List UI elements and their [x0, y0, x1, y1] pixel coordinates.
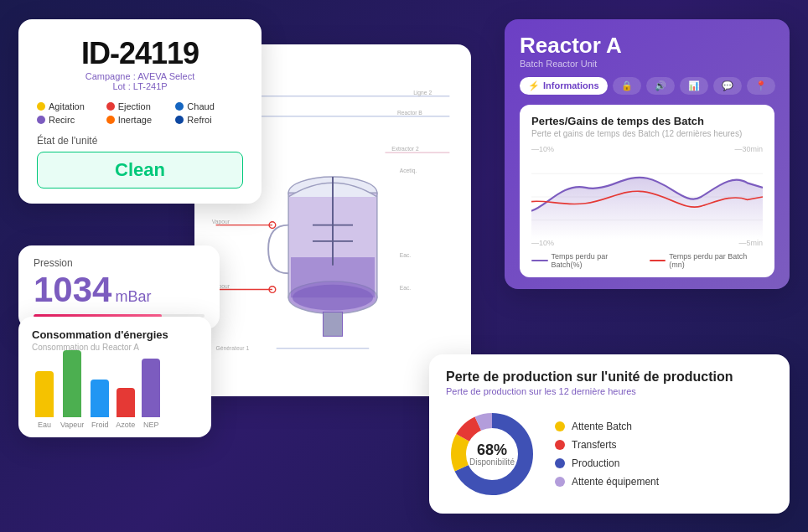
id-card: ID-24119 Campagne : AVEVA Select Lot : L…: [18, 19, 262, 204]
tag-chaud: Chaud: [175, 101, 243, 111]
energy-title: Consommation d'énergies: [32, 328, 198, 341]
tag-icon-orange: [106, 116, 115, 124]
tag-agitation: Agitation: [37, 101, 105, 111]
tab-icon-lightning: ⚡: [528, 80, 540, 91]
tab-label-informations: Informations: [543, 80, 599, 90]
svg-text:Générateur 1: Générateur 1: [216, 344, 250, 350]
pressure-label: Pression: [34, 257, 205, 269]
bar-group-azote: Azote: [116, 388, 135, 429]
legend-row-attente: Attente équipement: [555, 476, 659, 488]
production-legend: Attente Batch Transferts Production Atte…: [555, 421, 659, 488]
legend-line-red: [650, 260, 666, 261]
lock-icon: 🔒: [621, 80, 633, 91]
bar-group-vapeur: Vapeur: [60, 350, 84, 429]
reactor-tabs[interactable]: ⚡ Informations 🔒 🔊 📊 💬 📍: [520, 77, 774, 95]
svg-text:Extractor 2: Extractor 2: [391, 146, 419, 152]
chart-subtitle: Perte et gains de temps des Batch (12 de…: [531, 129, 763, 138]
donut-percentage: 68%: [469, 442, 515, 457]
donut-label: 68% Disponibilité: [469, 442, 515, 466]
state-badge: Clean: [37, 152, 243, 189]
legend-label-attente: Attente équipement: [572, 476, 659, 488]
legend-dot-red: [555, 440, 565, 450]
legend-row-transferts: Transferts: [555, 439, 659, 451]
tab-lock[interactable]: 🔒: [613, 77, 641, 95]
legend-label-production: Production: [572, 457, 619, 469]
production-subtitle: Perte de production sur les 12 dernière …: [446, 386, 773, 396]
production-title: Perte de production sur l'unité de produ…: [446, 369, 773, 385]
tag-icon-red: [106, 102, 115, 111]
bar-chart: Eau Vapeur Froid Azote NEP: [32, 362, 198, 429]
tag-icon-purple: [37, 116, 45, 124]
pressure-value: 1034: [34, 272, 111, 307]
svg-text:Eac.: Eac.: [400, 284, 412, 290]
sound-icon: 🔊: [655, 80, 666, 91]
bar-froid: [91, 380, 109, 417]
legend-line-purple: [531, 260, 548, 261]
tag-refroi: Refroi: [175, 115, 243, 125]
bar-group-eau: Eau: [35, 371, 54, 429]
donut-chart: 68% Disponibilité: [446, 408, 538, 500]
energy-subtitle: Consommation du Reactor A: [32, 343, 198, 352]
legend-dot-blue-indigo: [555, 458, 565, 468]
svg-text:Vapour: Vapour: [212, 218, 230, 225]
tag-label-refroi: Refroi: [187, 115, 211, 125]
tag-label-inertage: Inertage: [118, 115, 152, 125]
production-card: Perte de production sur l'unité de produ…: [429, 354, 790, 514]
bar-label-froid: Froid: [91, 421, 109, 429]
production-content: 68% Disponibilité Attente Batch Transfer…: [446, 408, 773, 500]
line-chart-area: [531, 155, 763, 239]
bar-group-froid: Froid: [91, 380, 109, 429]
svg-text:Ligne 2: Ligne 2: [413, 89, 432, 96]
location-icon: 📍: [755, 80, 767, 91]
bar-label-eau: Eau: [38, 421, 51, 429]
tag-label-agitation: Agitation: [49, 101, 85, 111]
legend-label-batch: Attente Batch: [572, 421, 632, 432]
tag-label-ejection: Ejection: [118, 101, 151, 111]
chart-y-left-bottom: —10%: [531, 239, 554, 247]
chart-legend: Temps perdu par Batch(%) Temps perdu par…: [531, 252, 763, 269]
tab-location[interactable]: 📍: [747, 77, 775, 95]
tab-sound[interactable]: 🔊: [646, 77, 675, 95]
bar-label-vapeur: Vapeur: [60, 421, 84, 429]
campaign-label: Campagne : AVEVA Select: [37, 71, 243, 81]
bar-eau: [35, 371, 54, 417]
etat-label: État de l'unité: [37, 135, 243, 147]
svg-rect-26: [323, 312, 342, 336]
bar-vapeur: [63, 350, 81, 417]
bar-label-nep: NEP: [143, 421, 159, 429]
bar-nep: [142, 359, 160, 417]
tags-grid: Agitation Ejection Chaud Recirc Inertage…: [37, 101, 243, 125]
reactor-title: Reactor A: [520, 33, 774, 59]
chart-y-right-top: —30min: [734, 145, 763, 153]
tag-icon-yellow: [37, 102, 45, 111]
line-chart-svg: [531, 155, 763, 239]
legend-item-purple: Temps perdu par Batch(%): [531, 252, 640, 269]
bar-azote: [117, 388, 135, 417]
bar-group-nep: NEP: [142, 359, 160, 429]
legend-dot-yellow: [555, 421, 565, 431]
tab-informations[interactable]: ⚡ Informations: [520, 77, 608, 95]
legend-row-batch: Attente Batch: [555, 421, 659, 432]
chart-y-left-top: —10%: [531, 145, 554, 153]
svg-text:Acetiq.: Acetiq.: [400, 168, 417, 174]
message-icon: 💬: [722, 80, 733, 91]
tab-message[interactable]: 💬: [713, 77, 742, 95]
id-number: ID-24119: [37, 36, 243, 71]
donut-description: Disponibilité: [469, 457, 515, 466]
tab-chart[interactable]: 📊: [680, 77, 708, 95]
tag-inertage: Inertage: [106, 115, 174, 125]
svg-text:Reactor B: Reactor B: [397, 109, 422, 115]
tag-recirc: Recirc: [37, 115, 105, 125]
chart-icon: 📊: [688, 80, 700, 91]
pressure-unit: mBar: [115, 288, 151, 306]
legend-row-production: Production: [555, 457, 659, 469]
svg-text:Eac.: Eac.: [400, 252, 412, 258]
tag-ejection: Ejection: [106, 101, 174, 111]
bar-label-azote: Azote: [116, 421, 135, 429]
chart-card-inner: Pertes/Gains de temps des Batch Perte et…: [520, 105, 774, 277]
tag-label-chaud: Chaud: [187, 101, 214, 111]
legend-item-red: Temps perdu par Batch (mn): [650, 252, 763, 269]
tag-icon-blue: [175, 102, 184, 111]
tag-label-recirc: Recirc: [49, 115, 75, 125]
legend-label-purple: Temps perdu par Batch(%): [552, 252, 640, 269]
